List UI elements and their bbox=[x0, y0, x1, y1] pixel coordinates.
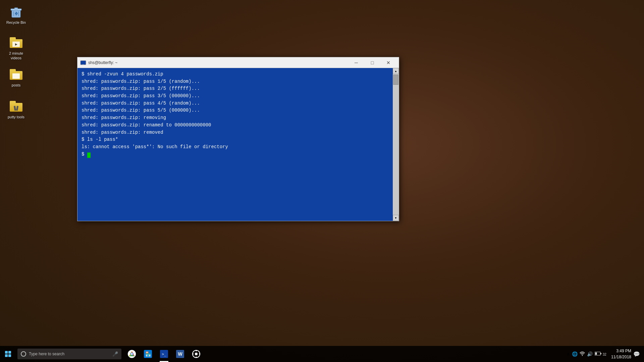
scroll-down-button[interactable]: ▼ bbox=[393, 215, 399, 221]
network-icon[interactable]: 🌐 bbox=[572, 351, 578, 357]
term-line-8: shred: passwords.zip: removed bbox=[82, 129, 389, 136]
terminal-title: shs@butterfly: ~ bbox=[88, 60, 348, 65]
term-line-0: $ shred -zvun 4 passwords.zip bbox=[82, 71, 389, 78]
expand-tray-icon[interactable]: ∧ bbox=[567, 351, 570, 357]
search-placeholder-text: Type here to search bbox=[29, 352, 64, 356]
recycle-bin-label: Recycle Bin bbox=[6, 20, 26, 25]
term-line-1: shred: passwords.zip: pass 1/5 (random).… bbox=[82, 78, 389, 85]
terminal-minimize-button[interactable]: ─ bbox=[348, 58, 364, 67]
svg-text:♻: ♻ bbox=[15, 12, 18, 15]
terminal-maximize-button[interactable]: □ bbox=[365, 58, 380, 67]
putty-tools-image bbox=[9, 99, 23, 113]
terminal-body[interactable]: $ shred -zvun 4 passwords.zip shred: pas… bbox=[77, 68, 393, 221]
term-line-7: shred: passwords.zip: renamed to 0000000… bbox=[82, 122, 389, 129]
putty-title-icon: _ bbox=[80, 60, 86, 66]
recycle-bin-image: ♻ bbox=[9, 5, 23, 19]
term-prompt-line: $ bbox=[82, 151, 389, 158]
term-line-2: shred: passwords.zip: pass 2/5 (ffffff).… bbox=[82, 85, 389, 93]
svg-rect-24 bbox=[199, 354, 200, 355]
term-line-3: shred: passwords.zip: pass 3/5 (000000).… bbox=[82, 93, 389, 100]
svg-rect-21 bbox=[196, 350, 197, 351]
svg-point-20 bbox=[195, 353, 198, 355]
search-icon bbox=[21, 351, 26, 357]
term-line-9: $ ls -l pass* bbox=[82, 136, 389, 143]
scroll-up-button[interactable]: ▲ bbox=[393, 68, 399, 74]
taskbar-apps: 🏪 >_ W bbox=[124, 346, 204, 362]
term-line-5: shred: passwords.zip: pass 5/5 (000000).… bbox=[82, 107, 389, 114]
videos-folder-label: 2 minutevideos bbox=[9, 51, 23, 61]
svg-rect-26 bbox=[600, 353, 601, 354]
terminal-titlebar: _ shs@butterfly: ~ ─ □ ✕ bbox=[77, 57, 399, 68]
term-line-10: ls: cannot access 'pass*': No such file … bbox=[82, 143, 389, 151]
windows-logo-icon bbox=[5, 351, 11, 357]
volume-icon[interactable]: 🔊 bbox=[587, 351, 593, 357]
term-line-4: shred: passwords.zip: pass 4/5 (random).… bbox=[82, 100, 389, 107]
taskbar-store-button[interactable]: 🏪 bbox=[140, 346, 156, 362]
terminal-cursor bbox=[87, 153, 91, 158]
svg-text:_: _ bbox=[83, 62, 84, 65]
svg-rect-27 bbox=[595, 352, 597, 355]
videos-folder-icon[interactable]: ▶ 2 minutevideos bbox=[3, 34, 30, 63]
start-button[interactable] bbox=[0, 346, 16, 362]
putty-tools-label: putty tools bbox=[8, 115, 24, 119]
posts-folder-icon[interactable]: posts bbox=[3, 65, 30, 89]
terminal-window-controls: ─ □ ✕ bbox=[348, 58, 396, 67]
terminal-body-wrapper: $ shred -zvun 4 passwords.zip shred: pas… bbox=[77, 68, 399, 221]
taskbar: Type here to search 🎤 bbox=[0, 346, 644, 362]
recycle-bin-icon[interactable]: ♻ Recycle Bin bbox=[3, 3, 30, 27]
svg-point-12 bbox=[131, 353, 133, 355]
microphone-icon: 🎤 bbox=[112, 351, 118, 357]
svg-text:W: W bbox=[178, 351, 182, 357]
videos-folder-image: ▶ bbox=[9, 36, 23, 50]
term-line-6: shred: passwords.zip: removing bbox=[82, 114, 389, 122]
terminal-close-button[interactable]: ✕ bbox=[381, 58, 396, 67]
wifi-icon[interactable] bbox=[580, 351, 585, 357]
svg-rect-22 bbox=[196, 357, 197, 358]
posts-folder-label: posts bbox=[12, 83, 20, 87]
terminal-window: _ shs@butterfly: ~ ─ □ ✕ $ shred -zvun 4… bbox=[77, 57, 399, 221]
putty-tools-icon[interactable]: putty tools bbox=[3, 97, 30, 121]
posts-folder-image bbox=[9, 67, 23, 81]
scroll-thumb[interactable] bbox=[393, 75, 398, 85]
notifications-icon[interactable]: 💬 bbox=[633, 351, 640, 357]
taskbar-word-button[interactable]: W bbox=[172, 346, 188, 362]
clock-time: 3:49 PM bbox=[611, 348, 631, 354]
system-clock[interactable]: 3:49 PM 11/18/2018 bbox=[611, 348, 631, 360]
terminal-scrollbar[interactable]: ▲ ▼ bbox=[393, 68, 399, 221]
taskbar-tray: ∧ 🌐 🔊 32 bbox=[567, 348, 644, 360]
svg-text:>_: >_ bbox=[162, 352, 166, 356]
taskbar-search[interactable]: Type here to search 🎤 bbox=[17, 349, 121, 359]
taskbar-chrome-button[interactable] bbox=[124, 346, 140, 362]
svg-text:🏪: 🏪 bbox=[145, 351, 151, 357]
clock-date: 11/18/2018 bbox=[611, 354, 631, 360]
battery-icon[interactable]: 32 bbox=[595, 352, 606, 357]
svg-rect-2 bbox=[14, 8, 18, 9]
taskbar-terminal-button[interactable]: >_ bbox=[156, 346, 172, 362]
taskbar-settings-button[interactable] bbox=[189, 346, 204, 362]
svg-rect-23 bbox=[192, 354, 194, 355]
